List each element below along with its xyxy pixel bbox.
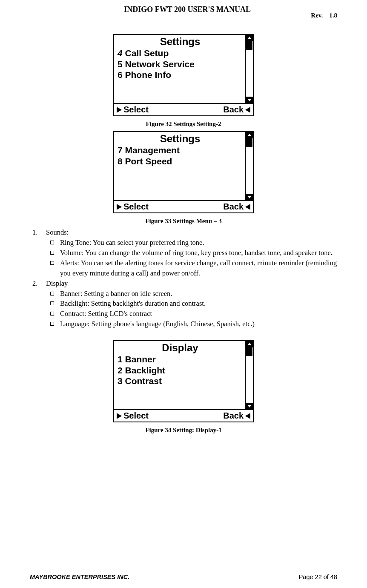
softkey-back[interactable]: Back <box>223 105 250 115</box>
square-bullet-icon <box>50 251 54 255</box>
screen-title: Settings <box>118 36 243 48</box>
lcd-screen-settings-2: Settings 4 Call Setup 5 Network Service … <box>113 34 254 116</box>
softkey-bar: Select Back <box>114 200 253 212</box>
softkey-bar: Select Back <box>114 103 253 115</box>
softkey-bar: Select Back <box>114 409 253 422</box>
menu-item-phone-info[interactable]: 6 Phone Info <box>118 69 243 80</box>
scroll-thumb[interactable] <box>246 138 252 147</box>
square-bullet-icon <box>50 292 54 295</box>
header-divider <box>30 22 337 22</box>
arrow-left-icon <box>245 413 250 419</box>
figure-caption: Figure 34 Setting: Display-1 <box>113 427 254 434</box>
scroll-up-icon[interactable] <box>246 341 253 347</box>
scrollbar[interactable] <box>245 341 253 409</box>
menu-item-contrast[interactable]: 3 Contrast <box>118 376 243 387</box>
scroll-track[interactable] <box>246 138 253 194</box>
screen-title: Display <box>118 342 243 354</box>
list-item: Backlight: Setting backlight's duration … <box>50 298 337 309</box>
scroll-down-icon[interactable] <box>246 194 253 200</box>
softkey-back[interactable]: Back <box>223 202 250 212</box>
scroll-thumb[interactable] <box>246 347 252 356</box>
softkey-select[interactable]: Select <box>117 105 149 115</box>
list-item: Alerts: You can set the alerting tones f… <box>50 258 337 278</box>
list-item: Volume: You can change the volume of rin… <box>50 248 337 258</box>
scroll-track[interactable] <box>246 347 253 403</box>
list-item: 2. Display <box>32 278 337 289</box>
arrow-right-icon <box>117 413 122 419</box>
scroll-up-icon[interactable] <box>246 132 253 138</box>
square-bullet-icon <box>50 261 54 265</box>
footer-company: MAYBROOKE ENTERPRISES INC. <box>30 574 129 580</box>
menu-item-management[interactable]: 7 Management <box>118 145 243 156</box>
footer-page: Page 22 of 48 <box>299 574 337 580</box>
list-item: Language: Setting phone's language (Engl… <box>50 319 337 329</box>
manual-title: INDIGO FWT 200 USER'S MANUAL <box>64 5 311 14</box>
arrow-right-icon <box>117 204 122 210</box>
list-item: Banner: Setting a banner on idle screen. <box>50 289 337 299</box>
square-bullet-icon <box>50 301 54 305</box>
scrollbar[interactable] <box>245 35 253 103</box>
scroll-track[interactable] <box>246 41 253 97</box>
softkey-select[interactable]: Select <box>117 411 149 421</box>
figure-caption: Figure 32 Settings Setting-2 <box>113 120 254 128</box>
arrow-left-icon <box>245 107 250 113</box>
scroll-down-icon[interactable] <box>246 403 253 409</box>
menu-item-call-setup[interactable]: 4 Call Setup <box>118 48 243 59</box>
lcd-screen-display-1: Display 1 Banner 2 Backlight 3 Contrast … <box>113 340 254 422</box>
menu-item-port-speed[interactable]: 8 Port Speed <box>118 156 243 167</box>
scroll-down-icon[interactable] <box>246 97 253 103</box>
square-bullet-icon <box>50 241 54 244</box>
scrollbar[interactable] <box>245 132 253 200</box>
arrow-right-icon <box>117 107 122 113</box>
figure-caption: Figure 33 Settings Menu – 3 <box>113 218 254 225</box>
lcd-screen-settings-3: Settings 7 Management 8 Port Speed Selec… <box>113 131 254 213</box>
square-bullet-icon <box>50 322 54 326</box>
menu-item-network-service[interactable]: 5 Network Service <box>118 59 243 70</box>
softkey-back[interactable]: Back <box>223 411 250 421</box>
page-header: INDIGO FWT 200 USER'S MANUAL Rev. 1.8 <box>30 5 337 19</box>
screen-title: Settings <box>118 133 243 145</box>
square-bullet-icon <box>50 312 54 316</box>
list-item: Contract: Setting LCD's contract <box>50 309 337 319</box>
softkey-select[interactable]: Select <box>117 202 149 212</box>
arrow-left-icon <box>245 204 250 210</box>
menu-item-backlight[interactable]: 2 Backlight <box>118 365 243 376</box>
page-footer: MAYBROOKE ENTERPRISES INC. Page 22 of 48 <box>30 574 337 580</box>
scroll-up-icon[interactable] <box>246 35 253 41</box>
scroll-thumb[interactable] <box>246 41 252 50</box>
list-item: Ring Tone: You can select your preferred… <box>50 238 337 248</box>
menu-item-banner[interactable]: 1 Banner <box>118 354 243 365</box>
revision: Rev. 1.8 <box>311 12 337 19</box>
list-item: 1. Sounds: <box>32 227 337 238</box>
